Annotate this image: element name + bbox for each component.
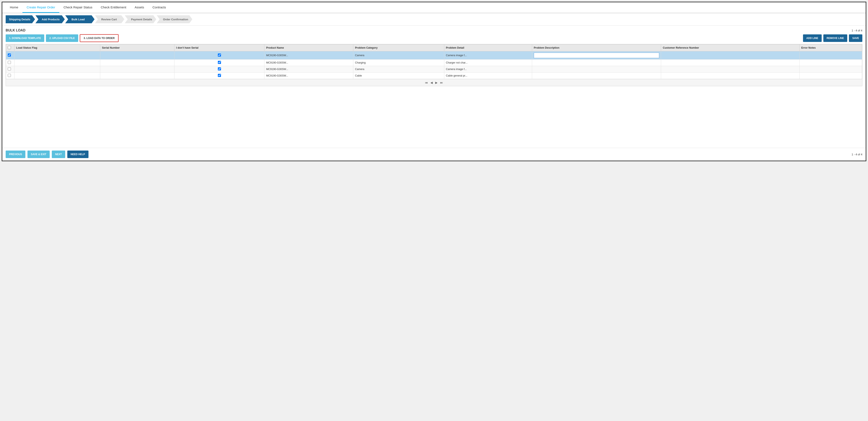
- row-checkbox-3[interactable]: [8, 74, 11, 77]
- row-no-serial-col-3: [175, 72, 265, 79]
- nav-create-repair-order[interactable]: Create Repair Order: [23, 2, 59, 13]
- main-content: BULK LOAD 1 - 4 of 4 1. DOWNLOAD TEMPLAT…: [2, 26, 866, 148]
- step-payment-details[interactable]: Payment Details: [125, 15, 156, 23]
- header-checkbox-col: [6, 44, 14, 51]
- row-no-serial-col-0: [175, 51, 265, 60]
- header-problem-description: Problem Description: [532, 44, 661, 51]
- row-load-status-2: [14, 66, 100, 72]
- row-serial-number-0: [100, 51, 175, 60]
- row-no-serial-checkbox-2[interactable]: [218, 67, 221, 70]
- row-load-status-0: [14, 51, 100, 60]
- row-checkbox-1[interactable]: [8, 61, 11, 64]
- header-serial-number: Serial Number: [100, 44, 175, 51]
- header-problem-detail: Problem Detail: [444, 44, 532, 51]
- header-customer-ref: Customer Reference Number: [661, 44, 800, 51]
- page-first-button[interactable]: ⏮: [425, 81, 428, 84]
- row-checkbox-col-3: [6, 72, 14, 79]
- row-error-notes-2: [800, 66, 862, 72]
- remove-line-button[interactable]: REMOVE LINE: [823, 34, 847, 42]
- row-problem-category-3: Cable: [353, 72, 444, 79]
- row-problem-detail-1: Charger not char...: [444, 60, 532, 66]
- row-customer-ref-2: [661, 66, 800, 72]
- row-problem-description-1: [532, 60, 661, 66]
- header-no-serial: I don't have Serial: [175, 44, 265, 51]
- row-load-status-1: [14, 60, 100, 66]
- select-all-checkbox[interactable]: [8, 46, 11, 49]
- row-load-status-3: [14, 72, 100, 79]
- row-checkbox-col-1: [6, 60, 14, 66]
- row-error-notes-1: [800, 60, 862, 66]
- nav-check-entitlement[interactable]: Check Entitlement: [96, 2, 130, 13]
- add-line-button[interactable]: ADD LINE: [803, 34, 822, 42]
- row-problem-detail-0: Camera image f...: [444, 51, 532, 60]
- row-no-serial-checkbox-1[interactable]: [218, 61, 221, 64]
- row-checkbox-col-0: [6, 51, 14, 60]
- record-count-bottom: 1 - 4 of 4: [851, 153, 862, 156]
- step-review-cart[interactable]: Review Cart: [95, 15, 124, 23]
- step-shipping-details[interactable]: Shipping Details: [6, 15, 35, 23]
- nav-check-repair-status[interactable]: Check Repair Status: [59, 2, 97, 13]
- row-serial-number-2: [100, 66, 175, 72]
- row-product-name-3: MC9190-G30SW...: [265, 72, 353, 79]
- row-product-name-2: MC9190-G30SW...: [265, 66, 353, 72]
- toolbar: 1. DOWNLOAD TEMPLATE 2. UPLOAD CSV FILE …: [6, 34, 862, 42]
- header-problem-category: Problem Category: [353, 44, 444, 51]
- header-product-name: Product Name: [265, 44, 353, 51]
- row-customer-ref-3: [661, 72, 800, 79]
- row-error-notes-0: [800, 51, 862, 60]
- section-header: BULK LOAD 1 - 4 of 4: [6, 29, 862, 32]
- row-no-serial-checkbox-0[interactable]: [218, 54, 221, 57]
- step-add-products[interactable]: Add Products: [35, 15, 65, 23]
- table-row: MC9190-G30SW...ChargingCharger not char.…: [6, 60, 862, 66]
- nav-assets[interactable]: Assets: [130, 2, 148, 13]
- step-order-confirmation[interactable]: Order Confirmation: [157, 15, 192, 23]
- row-checkbox-col-2: [6, 66, 14, 72]
- row-no-serial-col-1: [175, 60, 265, 66]
- row-problem-description-2: [532, 66, 661, 72]
- page-last-button[interactable]: ⏭: [440, 81, 443, 84]
- header-error-notes: Error Notes: [800, 44, 862, 51]
- nav-contracts[interactable]: Contracts: [148, 2, 170, 13]
- row-no-serial-checkbox-3[interactable]: [218, 74, 221, 77]
- upload-csv-button[interactable]: 2. UPLOAD CSV FILE: [46, 34, 78, 42]
- need-help-button[interactable]: NEED HELP: [67, 151, 89, 158]
- data-table: Load Status Flag Serial Number I don't h…: [6, 44, 862, 86]
- load-data-to-order-button[interactable]: 3. LOAD DATA TO ORDER: [80, 34, 119, 42]
- previous-button[interactable]: PREVIOUS: [6, 151, 25, 158]
- row-customer-ref-1: [661, 60, 800, 66]
- row-product-name-1: MC9190-G30SW...: [265, 60, 353, 66]
- top-nav: Home Create Repair Order Check Repair St…: [2, 2, 866, 13]
- stepper: Shipping Details Add Products Bulk Load …: [2, 13, 866, 26]
- table-header-row: Load Status Flag Serial Number I don't h…: [6, 44, 862, 51]
- header-load-status: Load Status Flag: [14, 44, 100, 51]
- row-problem-category-0: Camera: [353, 51, 444, 60]
- nav-home[interactable]: Home: [6, 2, 23, 13]
- page-prev-button[interactable]: ◀: [430, 81, 433, 84]
- save-button[interactable]: SAVE: [849, 34, 862, 42]
- next-button[interactable]: NEXT: [52, 151, 65, 158]
- section-title: BULK LOAD: [6, 29, 25, 32]
- download-template-button[interactable]: 1. DOWNLOAD TEMPLATE: [6, 34, 44, 42]
- row-error-notes-3: [800, 72, 862, 79]
- page-next-button[interactable]: ▶: [435, 81, 438, 84]
- bottom-bar: PREVIOUS SAVE & EXIT NEXT NEED HELP 1 - …: [2, 148, 866, 160]
- save-exit-button[interactable]: SAVE & EXIT: [28, 151, 50, 158]
- row-serial-number-3: [100, 72, 175, 79]
- pagination-bar: ⏮ ◀ ▶ ⏭: [6, 79, 862, 86]
- table-row: MC9190-G30SW...CameraCamera image f...: [6, 66, 862, 72]
- row-problem-detail-2: Camera image f...: [444, 66, 532, 72]
- row-checkbox-2[interactable]: [8, 67, 11, 70]
- row-serial-number-1: [100, 60, 175, 66]
- row-no-serial-col-2: [175, 66, 265, 72]
- table-row: MC9190-G30SW...CameraCamera image f...: [6, 51, 862, 60]
- row-customer-ref-0: [661, 51, 800, 60]
- row-product-name-0: MC9190-G30SW...: [265, 51, 353, 60]
- row-problem-category-2: Camera: [353, 66, 444, 72]
- step-bulk-load[interactable]: Bulk Load: [65, 15, 95, 23]
- row-problem-desc-input-0[interactable]: [534, 53, 659, 58]
- record-count-top: 1 - 4 of 4: [851, 29, 862, 32]
- row-problem-description-3: [532, 72, 661, 79]
- table-row: MC9190-G30SW...CableCable general pr...: [6, 72, 862, 79]
- empty-space: [6, 86, 862, 145]
- row-checkbox-0[interactable]: [8, 54, 11, 57]
